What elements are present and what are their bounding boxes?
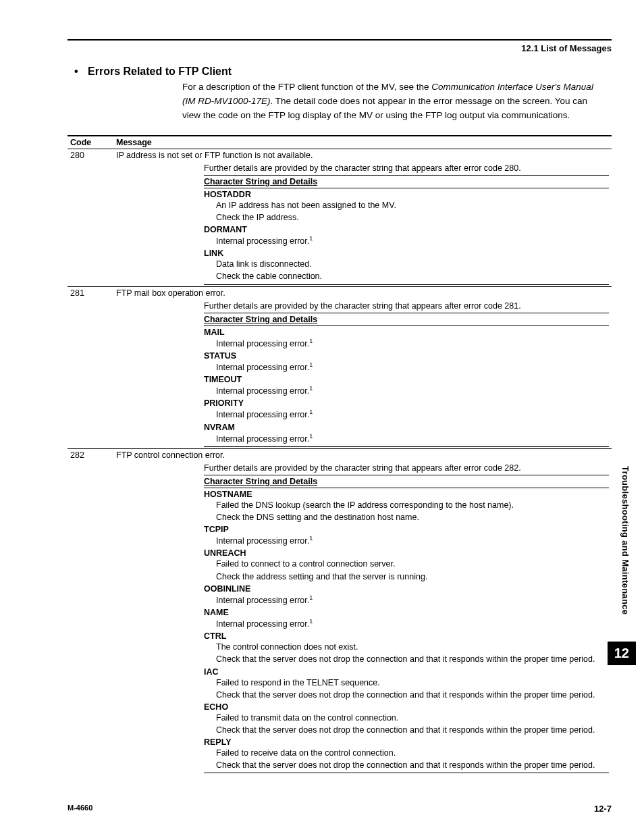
- th-message: Message: [113, 136, 612, 149]
- bullet-icon: •: [74, 66, 88, 78]
- code-cell: 281: [68, 286, 113, 299]
- detail-intro: Further details are provided by the char…: [204, 463, 609, 473]
- detail-term: HOSTADDR: [204, 188, 609, 199]
- detail-desc: Check the IP address.: [204, 211, 609, 224]
- detail-term: ECHO: [204, 701, 609, 712]
- detail-term: PRIORITY: [204, 397, 609, 408]
- detail-desc: Failed the DNS lookup (search the IP add…: [204, 499, 609, 511]
- code-cell: 282: [68, 448, 113, 461]
- detail-term: STATUS: [204, 350, 609, 361]
- detail-desc: Check that the server does not drop the …: [204, 689, 609, 701]
- detail-desc: Internal processing error.1: [204, 337, 609, 350]
- error-codes-table: Code Message 280IP address is not set or…: [68, 135, 612, 775]
- detail-term: CTRL: [204, 630, 609, 641]
- chapter-number: 12: [608, 642, 636, 665]
- detail-term: OOBINLINE: [204, 583, 609, 594]
- detail-term: NVRAM: [204, 421, 609, 432]
- detail-intro: Further details are provided by the char…: [204, 163, 609, 174]
- detail-header: Character String and Details: [204, 475, 609, 488]
- detail-desc: Internal processing error.1: [204, 234, 609, 247]
- code-cell: 280: [68, 149, 113, 161]
- header-section: 12.1 List of Messages: [68, 43, 612, 53]
- section-title-text: Errors Related to FTP Client: [88, 66, 232, 77]
- detail-desc: Failed to connect to a control connectio…: [204, 558, 609, 570]
- message-cell: IP address is not set or FTP function is…: [113, 149, 612, 161]
- detail-desc: Failed to transmit data on the control c…: [204, 712, 609, 724]
- detail-desc: An IP address has not been assigned to t…: [204, 199, 609, 211]
- detail-desc: Data link is disconnected.: [204, 258, 609, 270]
- footer-doc-id: M-4660: [68, 804, 92, 814]
- detail-desc: Failed to respond in the TELNET sequence…: [204, 677, 609, 689]
- detail-desc: Internal processing error.1: [204, 534, 609, 547]
- detail-header: Character String and Details: [204, 313, 609, 326]
- detail-desc: The control connection does not exist.: [204, 641, 609, 653]
- detail-desc: Check the cable connection.: [204, 270, 609, 282]
- detail-desc: Check the address setting and that the s…: [204, 571, 609, 583]
- detail-header: Character String and Details: [204, 175, 609, 188]
- detail-term: IAC: [204, 666, 609, 677]
- message-cell: FTP mail box operation error.: [113, 286, 612, 299]
- detail-term: NAME: [204, 606, 609, 617]
- detail-desc: Check the DNS setting and the destinatio…: [204, 511, 609, 523]
- detail-desc: Check that the server does not drop the …: [204, 724, 609, 736]
- detail-desc: Internal processing error.1: [204, 384, 609, 397]
- detail-term: MAIL: [204, 326, 609, 337]
- detail-desc: Internal processing error.1: [204, 432, 609, 445]
- detail-intro: Further details are provided by the char…: [204, 301, 609, 311]
- detail-desc: Internal processing error.1: [204, 408, 609, 421]
- detail-desc: Failed to receive data on the control co…: [204, 747, 609, 759]
- detail-term: UNREACH: [204, 547, 609, 558]
- detail-desc: Internal processing error.1: [204, 594, 609, 606]
- detail-desc: Check that the server does not drop the …: [204, 759, 609, 771]
- detail-term: TIMEOUT: [204, 373, 609, 384]
- footer-page: 12-7: [594, 804, 612, 814]
- intro-paragraph: For a description of the FTP client func…: [182, 80, 605, 123]
- detail-desc: Internal processing error.1: [204, 361, 609, 373]
- side-tab-label: Troubleshooting and Maintenance: [620, 466, 630, 615]
- detail-term: HOSTNAME: [204, 488, 609, 499]
- detail-desc: Internal processing error.1: [204, 617, 609, 630]
- detail-term: TCPIP: [204, 523, 609, 534]
- detail-term: REPLY: [204, 736, 609, 747]
- detail-term: LINK: [204, 247, 609, 258]
- message-cell: FTP control connection error.: [113, 448, 612, 461]
- intro-text-a: For a description of the FTP client func…: [182, 82, 431, 92]
- th-code: Code: [68, 136, 113, 149]
- detail-desc: Check that the server does not drop the …: [204, 653, 609, 665]
- detail-term: DORMANT: [204, 224, 609, 234]
- section-title: •Errors Related to FTP Client: [74, 66, 612, 78]
